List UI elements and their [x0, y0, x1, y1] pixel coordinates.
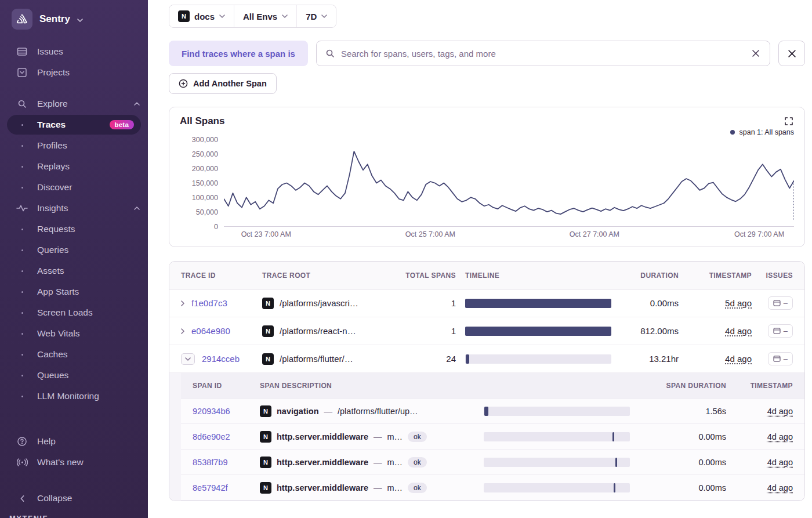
issues-button[interactable]: – — [768, 296, 793, 310]
timeline-bar — [484, 407, 488, 416]
duration-value: 0.00ms — [621, 298, 679, 308]
sidebar-item-discover[interactable]: Discover — [0, 177, 148, 198]
sidebar-item-queries[interactable]: Queries — [0, 240, 148, 260]
col-total-spans: TOTAL SPANS — [405, 271, 456, 280]
span-duration-value: 0.00ms — [639, 483, 726, 492]
sidebar-item-queues[interactable]: Queues — [0, 365, 148, 386]
project-selector[interactable]: N docs — [169, 5, 234, 27]
timeline-track — [484, 432, 630, 441]
x-tick-label: Oct 23 7:00 AM — [241, 230, 291, 238]
timestamp-link[interactable]: 4d ago — [725, 354, 752, 364]
y-tick-label: 50,000 — [196, 208, 218, 216]
y-tick-label: 250,000 — [192, 150, 218, 158]
platform-icon: N — [262, 353, 274, 365]
table-row[interactable]: e064e980 N /platforms/react-n… 1 812.00m… — [169, 317, 804, 345]
separator: — — [324, 407, 333, 416]
chevron-down-icon — [282, 15, 288, 18]
sidebar-item-screen-loads[interactable]: Screen Loads — [0, 302, 148, 323]
sidebar-section-explore[interactable]: Explore — [0, 93, 148, 114]
collapse-chevron-down-icon[interactable] — [181, 353, 195, 365]
sidebar-item-replays[interactable]: Replays — [0, 156, 148, 177]
span-row[interactable]: 8d6e90e2 N http.server.middleware — m… o… — [181, 424, 804, 450]
trace-id-link[interactable]: 2914cceb — [202, 354, 240, 364]
x-tick-label: Oct 25 7:00 AM — [405, 230, 455, 238]
span-id-link[interactable]: 8e57942f — [193, 483, 251, 492]
expand-chevron-right-icon[interactable] — [181, 328, 184, 334]
table-row[interactable]: f1e0d7c3 N /platforms/javascri… 1 0.00ms… — [169, 289, 804, 317]
platform-icon: N — [260, 457, 271, 468]
fullscreen-button[interactable] — [784, 116, 794, 126]
org-switcher[interactable]: Sentry — [0, 0, 148, 41]
span-id-link[interactable]: 920934b6 — [193, 407, 251, 416]
close-span-button[interactable] — [778, 41, 805, 66]
span-row[interactable]: 920934b6 N navigation — /platforms/flutt… — [181, 399, 804, 424]
add-another-span-button[interactable]: Add Another Span — [169, 73, 277, 94]
projects-icon — [16, 67, 28, 78]
sidebar-item-help[interactable]: Help — [0, 431, 148, 452]
clear-search-icon[interactable] — [751, 48, 761, 59]
span-duration-value: 0.00ms — [639, 432, 726, 441]
timestamp-link[interactable]: 5d ago — [725, 298, 752, 308]
separator: — — [374, 458, 382, 467]
sidebar-item-whats-new[interactable]: What's new — [0, 452, 148, 473]
search-input[interactable] — [341, 49, 744, 59]
timeline-track — [465, 327, 611, 336]
timestamp-link[interactable]: 4d ago — [767, 407, 793, 416]
sidebar-item-issues[interactable]: Issues — [0, 41, 148, 62]
span-id-link[interactable]: 8538f7b9 — [193, 458, 251, 467]
date-range-selector[interactable]: 7D — [297, 5, 336, 27]
timestamp-link[interactable]: 4d ago — [767, 483, 793, 492]
sidebar-item-label: App Starts — [37, 287, 79, 297]
bullet-icon — [16, 270, 28, 272]
sidebar-item-assets[interactable]: Assets — [0, 260, 148, 281]
y-tick-label: 300,000 — [192, 136, 218, 144]
project-selector-label: docs — [194, 12, 215, 21]
table-row-expanded[interactable]: 2914cceb N /platforms/flutter/… 24 13.21… — [169, 345, 804, 373]
bullet-icon — [16, 249, 28, 251]
find-traces-chip[interactable]: Find traces where a span is — [169, 41, 308, 66]
col-timeline: TIMELINE — [465, 271, 611, 280]
sidebar-item-label: Web Vitals — [37, 328, 80, 339]
sidebar-item-llm-monitoring[interactable]: LLM Monitoring — [0, 386, 148, 407]
platform-icon: N — [260, 482, 271, 494]
sidebar-item-requests[interactable]: Requests — [0, 219, 148, 240]
timeline-bar — [612, 432, 614, 441]
expand-chevron-right-icon[interactable] — [181, 300, 184, 306]
sidebar-item-projects[interactable]: Projects — [0, 62, 148, 83]
timestamp-link[interactable]: 4d ago — [767, 432, 793, 441]
chart-legend: span 1: All spans — [180, 127, 794, 137]
sidebar-item-app-starts[interactable]: App Starts — [0, 281, 148, 302]
traces-table: TRACE ID TRACE ROOT TOTAL SPANS TIMELINE… — [169, 261, 805, 501]
total-spans-value: 1 — [405, 326, 456, 336]
environment-selector[interactable]: All Envs — [234, 5, 296, 27]
timeline-bar — [466, 354, 469, 364]
sidebar-spacer — [0, 83, 148, 93]
span-subtable-header: SPAN ID SPAN DESCRIPTION SPAN DURATION T… — [181, 373, 804, 399]
issue-icon — [773, 356, 781, 362]
sidebar-item-traces[interactable]: Traces beta — [7, 115, 141, 135]
bullet-icon — [16, 354, 28, 356]
collapse-button[interactable]: Collapse — [0, 488, 148, 509]
trace-id-link[interactable]: e064e980 — [191, 326, 230, 336]
issues-button[interactable]: – — [768, 352, 793, 365]
sidebar-item-label: LLM Monitoring — [37, 391, 99, 401]
sidebar-section-insights[interactable]: Insights — [0, 198, 148, 219]
timestamp-link[interactable]: 4d ago — [725, 326, 752, 336]
timestamp-link[interactable]: 4d ago — [767, 458, 793, 467]
sidebar-item-web-vitals[interactable]: Web Vitals — [0, 323, 148, 344]
issue-icon — [773, 328, 781, 334]
sidebar-item-profiles[interactable]: Profiles — [0, 135, 148, 156]
col-trace-id: TRACE ID — [181, 271, 253, 280]
issues-icon — [16, 46, 28, 57]
sidebar-item-caches[interactable]: Caches — [0, 344, 148, 365]
trace-id-link[interactable]: f1e0d7c3 — [191, 298, 227, 308]
span-row[interactable]: 8e57942f N http.server.middleware — m… o… — [181, 475, 804, 501]
chevron-up-icon — [134, 102, 140, 106]
org-name: Sentry — [39, 13, 70, 25]
issues-button[interactable]: – — [768, 324, 793, 338]
sidebar-nav: Issues Projects Explore Traces beta Pro — [0, 41, 148, 407]
span-row[interactable]: 8538f7b9 N http.server.middleware — m… o… — [181, 450, 804, 475]
span-op: http.server.middleware — [277, 483, 368, 492]
span-id-link[interactable]: 8d6e90e2 — [193, 432, 251, 441]
line-chart[interactable] — [224, 140, 794, 227]
